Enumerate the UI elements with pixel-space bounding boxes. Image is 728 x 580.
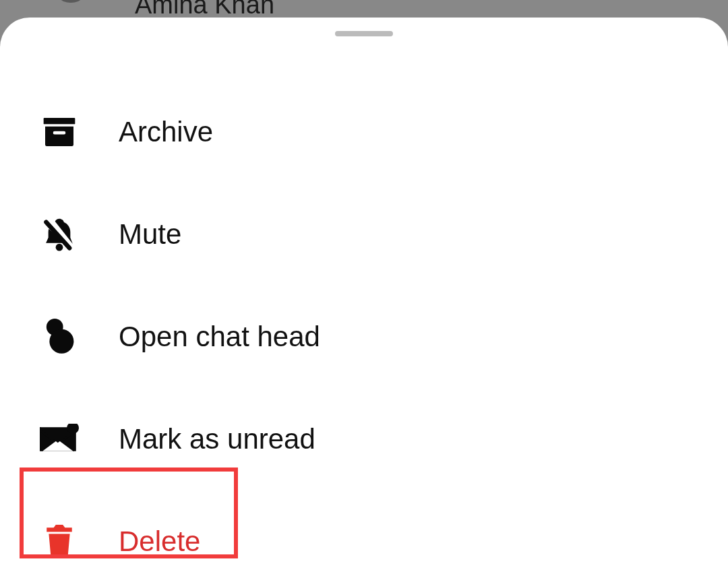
svg-point-1 xyxy=(56,244,63,251)
archive-menu-item[interactable]: Archive xyxy=(0,81,728,183)
mark-unread-icon xyxy=(39,419,80,459)
mark-unread-label: Mark as unread xyxy=(119,423,315,455)
mark-unread-menu-item[interactable]: Mark as unread xyxy=(0,388,728,490)
archive-icon xyxy=(39,112,80,152)
drag-handle[interactable] xyxy=(335,31,393,36)
delete-label: Delete xyxy=(119,525,200,558)
open-chat-head-label: Open chat head xyxy=(119,321,320,353)
chat-head-icon xyxy=(39,317,80,357)
svg-point-4 xyxy=(49,329,73,354)
svg-rect-0 xyxy=(44,118,75,124)
bottom-sheet[interactable]: Archive Mute Open chat head xyxy=(0,18,728,580)
open-chat-head-menu-item[interactable]: Open chat head xyxy=(0,286,728,388)
contact-name: Amina Khan xyxy=(135,0,274,20)
delete-menu-item[interactable]: Delete xyxy=(0,490,728,580)
archive-label: Archive xyxy=(119,116,213,148)
avatar xyxy=(54,0,88,3)
trash-icon xyxy=(39,521,80,562)
mute-menu-item[interactable]: Mute xyxy=(0,183,728,286)
mute-label: Mute xyxy=(119,218,181,251)
bell-slash-icon xyxy=(39,214,80,255)
